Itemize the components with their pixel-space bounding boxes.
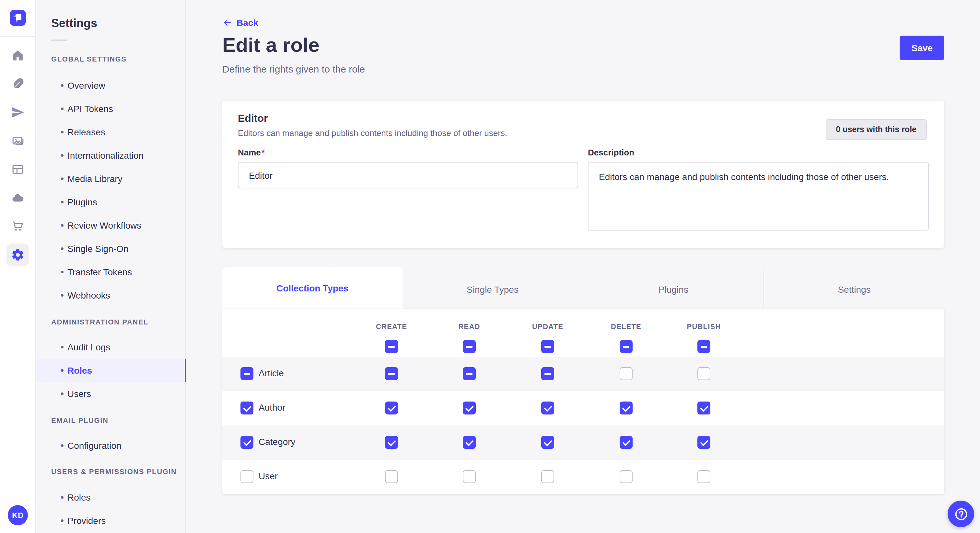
send-icon[interactable] [11,106,25,119]
user-publish-checkbox[interactable] [697,470,710,483]
bullet-icon [61,108,64,110]
sidebar-item-webhooks[interactable]: Webhooks [36,284,186,307]
row-label: Category [259,436,296,447]
column-header-create: CREATE [376,322,407,330]
select-all-update-checkbox[interactable] [541,340,554,353]
bullet-icon [61,247,64,250]
question-mark-icon [953,506,969,522]
user-create-checkbox[interactable] [385,470,398,483]
sidebar-item-roles-admin[interactable]: Roles [36,359,186,382]
save-button[interactable]: Save [900,36,944,60]
home-icon[interactable] [11,49,25,62]
sidebar-item-api-tokens[interactable]: API Tokens [36,97,186,121]
column-header-update: UPDATE [532,322,563,330]
column-header-read: READ [458,322,480,330]
author-create-checkbox[interactable] [385,401,398,414]
article-create-checkbox[interactable] [385,367,398,380]
back-link[interactable]: Back [222,17,258,28]
sidebar-item-transfer-tokens[interactable]: Transfer Tokens [36,260,186,284]
cloud-icon[interactable] [11,191,25,205]
article-read-checkbox[interactable] [463,367,476,380]
help-button[interactable] [948,501,974,527]
article-publish-checkbox[interactable] [697,367,710,380]
section-header-email-plugin: EMAIL PLUGIN [51,416,108,425]
select-all-publish-checkbox[interactable] [697,340,710,353]
cart-icon[interactable] [11,219,25,233]
select-all-read-checkbox[interactable] [463,340,476,353]
description-textarea[interactable]: Editors can manage and publish contents … [588,162,929,230]
row-label: Author [259,402,285,412]
strapi-logo[interactable] [10,10,26,26]
author-delete-checkbox[interactable] [620,401,633,414]
column-header-publish: PUBLISH [687,322,721,330]
users-with-role-button[interactable]: 0 users with this role [826,119,927,140]
tab-plugins[interactable]: Plugins [583,270,764,309]
sidebar-item-single-sign-on[interactable]: Single Sign-On [36,237,186,260]
select-all-delete-checkbox[interactable] [620,340,633,353]
sidebar-item-providers[interactable]: Providers [36,509,186,532]
page-subtitle: Define the rights given to the role [222,63,365,75]
divider [51,40,67,41]
author-read-checkbox[interactable] [463,401,476,414]
permission-row-user: User [222,460,944,494]
settings-sidebar: Settings GLOBAL SETTINGS Overview API To… [36,0,186,533]
bullet-icon [61,294,64,297]
strapi-logo-icon [10,10,26,26]
bullet-icon [61,131,64,133]
article-row-checkbox[interactable] [240,367,253,380]
sidebar-item-internationalization[interactable]: Internationalization [36,144,186,167]
permission-row-article: Article [222,357,944,391]
tab-settings[interactable]: Settings [764,270,944,309]
bullet-icon [61,271,64,273]
sidebar-item-roles-up[interactable]: Roles [36,486,186,509]
category-read-checkbox[interactable] [463,436,476,449]
user-row-checkbox[interactable] [240,470,253,483]
sidebar-item-audit-logs[interactable]: Audit Logs [36,335,186,359]
feather-icon[interactable] [11,77,25,90]
user-delete-checkbox[interactable] [620,470,633,483]
sidebar-item-overview[interactable]: Overview [36,74,186,97]
user-avatar[interactable]: KD [8,505,28,525]
gear-icon[interactable] [11,248,25,262]
category-publish-checkbox[interactable] [697,436,710,449]
bullet-icon [61,224,64,227]
sidebar-item-media-library[interactable]: Media Library [36,167,186,190]
bullet-icon [61,201,64,203]
article-delete-checkbox[interactable] [620,367,633,380]
category-create-checkbox[interactable] [385,436,398,449]
bullet-icon [61,392,64,395]
user-update-checkbox[interactable] [541,470,554,483]
author-row-checkbox[interactable] [240,401,253,414]
category-update-checkbox[interactable] [541,436,554,449]
select-all-create-checkbox[interactable] [385,340,398,353]
layout-icon[interactable] [11,163,25,176]
tab-collection-types[interactable]: Collection Types [222,267,402,309]
author-publish-checkbox[interactable] [697,401,710,414]
category-delete-checkbox[interactable] [620,436,633,449]
sidebar-item-configuration[interactable]: Configuration [36,434,186,457]
column-header-delete: DELETE [611,322,641,330]
bullet-icon [61,178,64,180]
bullet-icon [61,346,64,348]
bullet-icon [61,84,64,87]
section-header-administration-panel: ADMINISTRATION PANEL [51,318,148,327]
permissions-tabs: Collection Types Single Types Plugins Se… [222,267,944,309]
tab-single-types[interactable]: Single Types [402,270,583,309]
sidebar-item-plugins[interactable]: Plugins [36,190,186,214]
sidebar-item-users[interactable]: Users [36,382,186,405]
arrow-left-icon [222,17,233,28]
name-input[interactable] [238,162,578,189]
page-title: Edit a role [222,32,320,58]
media-icon[interactable] [11,134,25,148]
author-update-checkbox[interactable] [541,401,554,414]
main-content: Back Edit a role Define the rights given… [186,0,980,533]
category-row-checkbox[interactable] [240,436,253,449]
user-read-checkbox[interactable] [463,470,476,483]
role-name-heading: Editor [238,113,268,124]
sidebar-title: Settings [51,17,97,30]
app-root: KD Settings GLOBAL SETTINGS Overview API… [0,0,980,533]
sidebar-item-review-workflows[interactable]: Review Workflows [36,214,186,237]
article-update-checkbox[interactable] [541,367,554,380]
sidebar-item-releases[interactable]: Releases [36,121,186,144]
select-all-row [222,340,944,353]
